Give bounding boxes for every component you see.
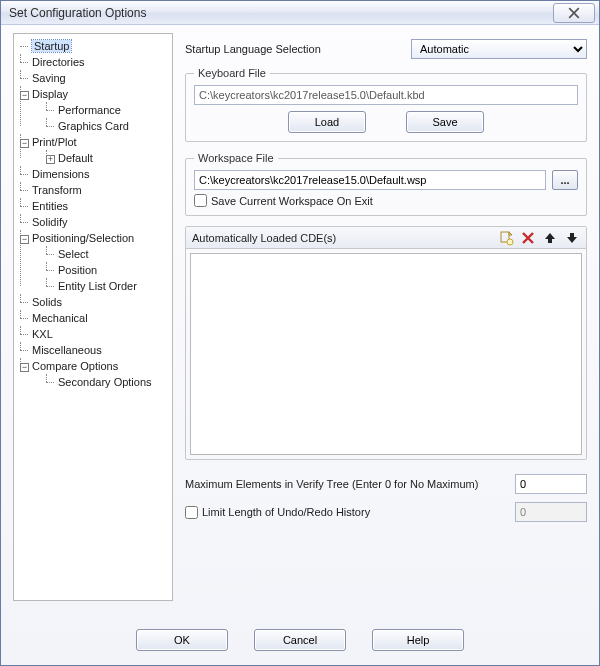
cde-label: Automatically Loaded CDE(s) [192, 232, 336, 244]
tree-item-solidify[interactable]: Solidify [32, 216, 67, 228]
tree-item-graphics-card[interactable]: Graphics Card [58, 120, 129, 132]
save-workspace-checkbox-row: Save Current Workspace On Exit [194, 194, 578, 207]
close-button[interactable] [553, 3, 595, 23]
tree-item-positioning-selection[interactable]: Positioning/Selection [32, 232, 134, 244]
tree-node: Saving [20, 70, 170, 86]
tree-node: Solids [20, 294, 170, 310]
tree-node: −Compare OptionsSecondary Options [20, 358, 170, 390]
language-label: Startup Language Selection [185, 43, 405, 55]
tree-item-select[interactable]: Select [58, 248, 89, 260]
config-dialog: Set Configuration Options StartupDirecto… [0, 0, 600, 666]
nav-tree: StartupDirectoriesSaving−DisplayPerforma… [13, 33, 173, 601]
undo-limit-input [515, 502, 587, 522]
tree-node: Startup [20, 38, 170, 54]
collapse-icon[interactable]: − [20, 139, 29, 148]
new-file-icon [498, 230, 514, 246]
tree-node: Transform [20, 182, 170, 198]
undo-limit-row: Limit Length of Undo/Redo History [185, 506, 505, 519]
arrow-up-icon [542, 230, 558, 246]
save-workspace-checkbox[interactable] [194, 194, 207, 207]
tree-node: −Print/Plot+Default [20, 134, 170, 166]
tree-node: Entity List Order [46, 278, 170, 294]
language-select[interactable]: Automatic [411, 39, 587, 59]
tree-item-kxl[interactable]: KXL [32, 328, 53, 340]
title-bar: Set Configuration Options [1, 1, 599, 25]
dialog-footer: OK Cancel Help [1, 619, 599, 665]
cde-add-button[interactable] [498, 230, 514, 246]
tree-node: Mechanical [20, 310, 170, 326]
tree-node: Dimensions [20, 166, 170, 182]
save-workspace-label: Save Current Workspace On Exit [211, 195, 373, 207]
collapse-icon[interactable]: − [20, 235, 29, 244]
tree-item-compare-options[interactable]: Compare Options [32, 360, 118, 372]
tree-item-startup[interactable]: Startup [32, 40, 71, 52]
tree-node: −Positioning/SelectionSelectPositionEnti… [20, 230, 170, 294]
collapse-icon[interactable]: − [20, 91, 29, 100]
keyboard-file-path[interactable] [194, 85, 578, 105]
tree-node: Position [46, 262, 170, 278]
keyboard-file-legend: Keyboard File [194, 67, 270, 79]
help-button[interactable]: Help [372, 629, 464, 651]
tree-item-saving[interactable]: Saving [32, 72, 66, 84]
cde-move-down-button[interactable] [564, 230, 580, 246]
tree-item-solids[interactable]: Solids [32, 296, 62, 308]
tree-node: Select [46, 246, 170, 262]
cde-move-up-button[interactable] [542, 230, 558, 246]
tree-node: Entities [20, 198, 170, 214]
tree-item-position[interactable]: Position [58, 264, 97, 276]
browse-workspace-button[interactable]: ... [552, 170, 578, 190]
tree-item-display[interactable]: Display [32, 88, 68, 100]
tree-node: Miscellaneous [20, 342, 170, 358]
tree-item-miscellaneous[interactable]: Miscellaneous [32, 344, 102, 356]
tree-node: Performance [46, 102, 170, 118]
tree-item-default[interactable]: Default [58, 152, 93, 164]
tree-node: KXL [20, 326, 170, 342]
delete-icon [520, 230, 536, 246]
load-button[interactable]: Load [288, 111, 366, 133]
tree-item-secondary-options[interactable]: Secondary Options [58, 376, 152, 388]
cancel-button[interactable]: Cancel [254, 629, 346, 651]
workspace-file-legend: Workspace File [194, 152, 278, 164]
undo-limit-label: Limit Length of Undo/Redo History [202, 506, 370, 518]
collapse-icon[interactable]: − [20, 363, 29, 372]
tree-item-transform[interactable]: Transform [32, 184, 82, 196]
tree-item-entities[interactable]: Entities [32, 200, 68, 212]
workspace-file-path[interactable] [194, 170, 546, 190]
keyboard-file-group: Keyboard File Load Save [185, 67, 587, 142]
workspace-file-group: Workspace File ... Save Current Workspac… [185, 152, 587, 216]
svg-point-1 [507, 239, 513, 245]
close-icon [568, 7, 580, 19]
tree-item-dimensions[interactable]: Dimensions [32, 168, 89, 180]
tree-item-mechanical[interactable]: Mechanical [32, 312, 88, 324]
ok-button[interactable]: OK [136, 629, 228, 651]
cde-remove-button[interactable] [520, 230, 536, 246]
undo-limit-checkbox[interactable] [185, 506, 198, 519]
arrow-down-icon [564, 230, 580, 246]
max-elements-label: Maximum Elements in Verify Tree (Enter 0… [185, 478, 505, 490]
tree-item-directories[interactable]: Directories [32, 56, 85, 68]
tree-item-entity-list-order[interactable]: Entity List Order [58, 280, 137, 292]
save-button[interactable]: Save [406, 111, 484, 133]
cde-group: Automatically Loaded CDE(s) [185, 226, 587, 460]
tree-node: Secondary Options [46, 374, 170, 390]
window-title: Set Configuration Options [9, 6, 146, 20]
tree-node: −DisplayPerformanceGraphics Card [20, 86, 170, 134]
cde-listbox[interactable] [190, 253, 582, 455]
max-elements-input[interactable] [515, 474, 587, 494]
tree-item-print-plot[interactable]: Print/Plot [32, 136, 77, 148]
tree-node: Graphics Card [46, 118, 170, 134]
expand-icon[interactable]: + [46, 155, 55, 164]
settings-panel: Startup Language Selection Automatic Key… [185, 33, 587, 619]
ellipsis-icon: ... [560, 174, 569, 186]
tree-node: Directories [20, 54, 170, 70]
tree-node: Solidify [20, 214, 170, 230]
tree-item-performance[interactable]: Performance [58, 104, 121, 116]
dialog-body: StartupDirectoriesSaving−DisplayPerforma… [1, 25, 599, 619]
tree-node: +Default [46, 150, 170, 166]
